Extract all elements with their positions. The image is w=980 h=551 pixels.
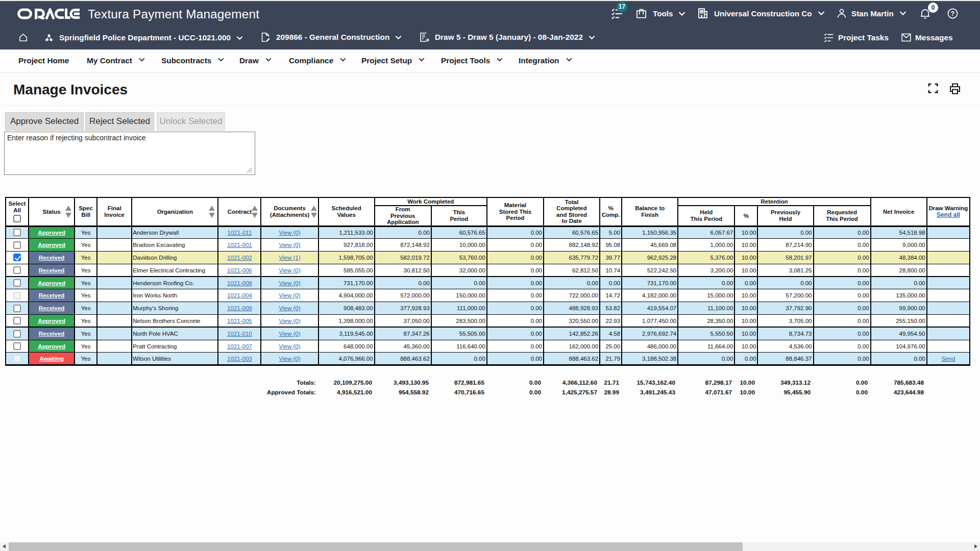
svg-text:?: ? <box>951 10 954 17</box>
